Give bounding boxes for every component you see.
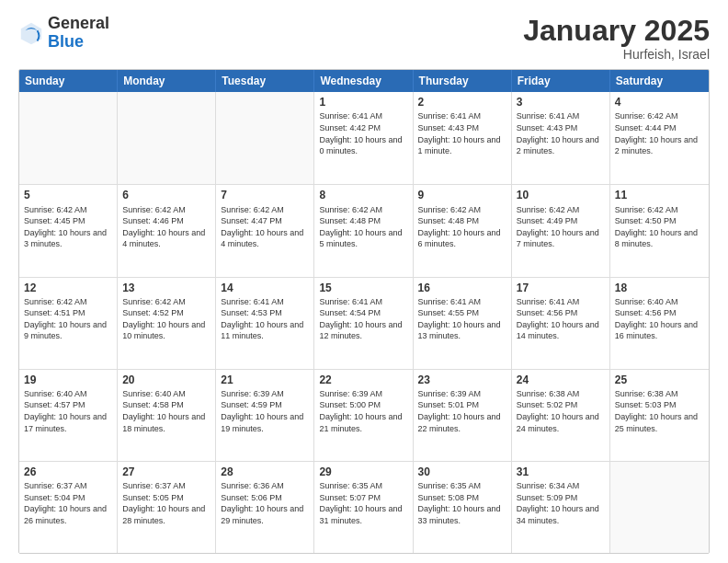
- logo-text: General Blue: [48, 15, 109, 52]
- day-cell: [216, 92, 314, 184]
- day-cell: 18Sunrise: 6:40 AMSunset: 4:56 PMDayligh…: [610, 278, 709, 369]
- calendar: SundayMondayTuesdayWednesdayThursdayFrid…: [18, 69, 710, 554]
- day-info: Sunrise: 6:41 AMSunset: 4:54 PMDaylight:…: [319, 296, 407, 342]
- day-number: 8: [319, 188, 407, 202]
- day-info: Sunrise: 6:42 AMSunset: 4:48 PMDaylight:…: [319, 204, 407, 250]
- day-header: Tuesday: [216, 70, 314, 92]
- page: General Blue January 2025 Hurfeish, Isra…: [0, 0, 728, 563]
- week-row: 12Sunrise: 6:42 AMSunset: 4:51 PMDayligh…: [19, 277, 709, 369]
- day-cell: 11Sunrise: 6:42 AMSunset: 4:50 PMDayligh…: [610, 185, 709, 276]
- day-info: Sunrise: 6:42 AMSunset: 4:49 PMDaylight:…: [517, 204, 605, 250]
- week-row: 26Sunrise: 6:37 AMSunset: 5:04 PMDayligh…: [19, 461, 709, 553]
- day-headers: SundayMondayTuesdayWednesdayThursdayFrid…: [19, 70, 709, 92]
- day-cell: 3Sunrise: 6:41 AMSunset: 4:43 PMDaylight…: [512, 92, 610, 184]
- day-cell: 16Sunrise: 6:41 AMSunset: 4:55 PMDayligh…: [414, 278, 512, 369]
- day-number: 1: [319, 95, 407, 109]
- day-number: 26: [24, 465, 112, 479]
- day-header: Wednesday: [314, 70, 413, 92]
- day-number: 31: [517, 465, 605, 479]
- day-info: Sunrise: 6:39 AMSunset: 4:59 PMDaylight:…: [221, 388, 309, 434]
- day-cell: 8Sunrise: 6:42 AMSunset: 4:48 PMDaylight…: [314, 185, 413, 276]
- day-number: 5: [24, 188, 112, 202]
- day-number: 12: [24, 281, 112, 295]
- day-cell: 22Sunrise: 6:39 AMSunset: 5:00 PMDayligh…: [314, 370, 413, 461]
- day-cell: 21Sunrise: 6:39 AMSunset: 4:59 PMDayligh…: [216, 370, 314, 461]
- day-info: Sunrise: 6:39 AMSunset: 5:00 PMDaylight:…: [319, 388, 407, 434]
- day-cell: 31Sunrise: 6:34 AMSunset: 5:09 PMDayligh…: [512, 462, 610, 553]
- day-info: Sunrise: 6:41 AMSunset: 4:55 PMDaylight:…: [418, 296, 506, 342]
- day-cell: 25Sunrise: 6:38 AMSunset: 5:03 PMDayligh…: [610, 370, 709, 461]
- day-number: 28: [221, 465, 309, 479]
- day-number: 30: [418, 465, 506, 479]
- day-number: 22: [319, 373, 407, 387]
- day-number: 21: [221, 373, 309, 387]
- day-number: 4: [615, 95, 704, 109]
- day-cell: [118, 92, 216, 184]
- day-number: 16: [418, 281, 506, 295]
- day-number: 17: [517, 281, 605, 295]
- day-number: 25: [615, 373, 704, 387]
- day-info: Sunrise: 6:38 AMSunset: 5:03 PMDaylight:…: [615, 388, 704, 434]
- day-cell: 19Sunrise: 6:40 AMSunset: 4:57 PMDayligh…: [19, 370, 118, 461]
- day-info: Sunrise: 6:42 AMSunset: 4:48 PMDaylight:…: [418, 204, 506, 250]
- day-cell: 20Sunrise: 6:40 AMSunset: 4:58 PMDayligh…: [118, 370, 216, 461]
- day-cell: 27Sunrise: 6:37 AMSunset: 5:05 PMDayligh…: [118, 462, 216, 553]
- day-info: Sunrise: 6:37 AMSunset: 5:05 PMDaylight:…: [122, 480, 210, 526]
- day-info: Sunrise: 6:41 AMSunset: 4:56 PMDaylight:…: [517, 296, 605, 342]
- day-info: Sunrise: 6:42 AMSunset: 4:47 PMDaylight:…: [221, 204, 309, 250]
- day-cell: 15Sunrise: 6:41 AMSunset: 4:54 PMDayligh…: [314, 278, 413, 369]
- day-info: Sunrise: 6:42 AMSunset: 4:45 PMDaylight:…: [24, 204, 112, 250]
- day-info: Sunrise: 6:42 AMSunset: 4:51 PMDaylight:…: [24, 296, 112, 342]
- day-cell: 6Sunrise: 6:42 AMSunset: 4:46 PMDaylight…: [118, 185, 216, 276]
- location: Hurfeish, Israel: [523, 47, 710, 62]
- day-info: Sunrise: 6:37 AMSunset: 5:04 PMDaylight:…: [24, 480, 112, 526]
- day-number: 18: [615, 281, 704, 295]
- logo-general: General: [48, 14, 109, 32]
- day-number: 3: [517, 95, 605, 109]
- day-cell: 7Sunrise: 6:42 AMSunset: 4:47 PMDaylight…: [216, 185, 314, 276]
- day-cell: 17Sunrise: 6:41 AMSunset: 4:56 PMDayligh…: [512, 278, 610, 369]
- day-cell: 12Sunrise: 6:42 AMSunset: 4:51 PMDayligh…: [19, 278, 118, 369]
- day-number: 27: [122, 465, 210, 479]
- day-cell: 4Sunrise: 6:42 AMSunset: 4:44 PMDaylight…: [610, 92, 709, 184]
- day-info: Sunrise: 6:35 AMSunset: 5:08 PMDaylight:…: [418, 480, 506, 526]
- day-cell: [19, 92, 118, 184]
- week-row: 5Sunrise: 6:42 AMSunset: 4:45 PMDaylight…: [19, 184, 709, 276]
- day-info: Sunrise: 6:42 AMSunset: 4:50 PMDaylight:…: [615, 204, 704, 250]
- day-info: Sunrise: 6:42 AMSunset: 4:46 PMDaylight:…: [122, 204, 210, 250]
- day-number: 23: [418, 373, 506, 387]
- day-info: Sunrise: 6:36 AMSunset: 5:06 PMDaylight:…: [221, 480, 309, 526]
- day-cell: 28Sunrise: 6:36 AMSunset: 5:06 PMDayligh…: [216, 462, 314, 553]
- header-right: January 2025 Hurfeish, Israel: [523, 15, 710, 62]
- day-number: 9: [418, 188, 506, 202]
- logo-icon: [18, 20, 44, 46]
- day-header: Friday: [512, 70, 610, 92]
- logo-blue: Blue: [48, 32, 84, 51]
- day-number: 24: [517, 373, 605, 387]
- day-cell: 14Sunrise: 6:41 AMSunset: 4:53 PMDayligh…: [216, 278, 314, 369]
- week-row: 19Sunrise: 6:40 AMSunset: 4:57 PMDayligh…: [19, 369, 709, 461]
- day-info: Sunrise: 6:42 AMSunset: 4:44 PMDaylight:…: [615, 110, 704, 156]
- day-info: Sunrise: 6:35 AMSunset: 5:07 PMDaylight:…: [319, 480, 407, 526]
- day-number: 20: [122, 373, 210, 387]
- week-row: 1Sunrise: 6:41 AMSunset: 4:42 PMDaylight…: [19, 92, 709, 184]
- day-info: Sunrise: 6:41 AMSunset: 4:43 PMDaylight:…: [517, 110, 605, 156]
- day-number: 19: [24, 373, 112, 387]
- day-cell: 13Sunrise: 6:42 AMSunset: 4:52 PMDayligh…: [118, 278, 216, 369]
- day-number: 29: [319, 465, 407, 479]
- day-info: Sunrise: 6:41 AMSunset: 4:42 PMDaylight:…: [319, 110, 407, 156]
- day-cell: 5Sunrise: 6:42 AMSunset: 4:45 PMDaylight…: [19, 185, 118, 276]
- day-cell: 10Sunrise: 6:42 AMSunset: 4:49 PMDayligh…: [512, 185, 610, 276]
- day-cell: 30Sunrise: 6:35 AMSunset: 5:08 PMDayligh…: [414, 462, 512, 553]
- day-info: Sunrise: 6:41 AMSunset: 4:43 PMDaylight:…: [418, 110, 506, 156]
- day-cell: 2Sunrise: 6:41 AMSunset: 4:43 PMDaylight…: [414, 92, 512, 184]
- day-number: 14: [221, 281, 309, 295]
- day-cell: 24Sunrise: 6:38 AMSunset: 5:02 PMDayligh…: [512, 370, 610, 461]
- day-number: 13: [122, 281, 210, 295]
- day-number: 7: [221, 188, 309, 202]
- day-info: Sunrise: 6:40 AMSunset: 4:56 PMDaylight:…: [615, 296, 704, 342]
- day-header: Thursday: [414, 70, 512, 92]
- day-cell: [610, 462, 709, 553]
- day-info: Sunrise: 6:38 AMSunset: 5:02 PMDaylight:…: [517, 388, 605, 434]
- day-cell: 23Sunrise: 6:39 AMSunset: 5:01 PMDayligh…: [414, 370, 512, 461]
